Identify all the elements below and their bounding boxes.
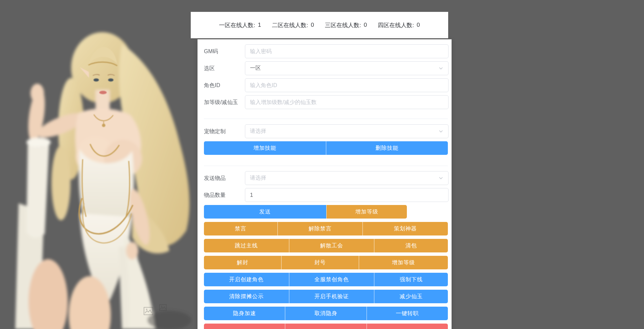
level-jade-label: 加等级/减仙玉: [204, 95, 244, 109]
add-level-button[interactable]: 增加等级: [326, 205, 407, 219]
form-row-role-id: 角色ID: [198, 78, 452, 92]
page: 一区在线人数:1 二区在线人数:0 三区在线人数:0 四区在线人数:0 GM码 …: [0, 0, 644, 329]
form-row-item-count: 物品数量: [198, 188, 452, 202]
pet-custom-placeholder: 请选择: [250, 128, 266, 135]
section-divider: [204, 119, 448, 119]
clear-stall-notice-button[interactable]: 清除摆摊公示: [204, 290, 289, 303]
role-id-label: 角色ID: [204, 78, 244, 92]
action-button-row: 跳过主线 解散工会 清包: [204, 239, 448, 252]
action-button-row: 清除摆摊公示 开启手机验证 减少仙玉: [204, 290, 448, 303]
send-item-label: 发送物品: [204, 171, 244, 185]
send-item-placeholder: 请选择: [250, 174, 266, 182]
broken-image-icon: [144, 307, 153, 316]
send-button[interactable]: 发送: [204, 205, 326, 219]
one-key-job-change-button[interactable]: 一键转职: [367, 307, 448, 320]
action-button-row: 开启创建角色 全服禁创角色 强制下线: [204, 273, 448, 286]
online-stat-value: 0: [417, 22, 420, 28]
form-row-send-item: 发送物品 请选择: [198, 171, 452, 185]
chevron-down-icon: [438, 66, 443, 71]
online-stat-value: 1: [258, 22, 261, 28]
online-stats-bar: 一区在线人数:1 二区在线人数:0 三区在线人数:0 四区在线人数:0: [191, 12, 448, 38]
zone-select[interactable]: 一区: [245, 61, 449, 75]
online-stat-label: 三区在线人数:: [325, 21, 361, 29]
online-stat-zone3: 三区在线人数:0: [325, 21, 367, 29]
zone-select-value: 一区: [250, 65, 261, 72]
action-button-row: 禁言 解除禁言 策划神器: [204, 222, 448, 235]
enable-create-role-button[interactable]: 开启创建角色: [204, 273, 289, 286]
forbid-create-role-button[interactable]: 全服禁创角色: [289, 273, 374, 286]
add-skill-button[interactable]: 增加技能: [204, 141, 326, 155]
zone-label: 选区: [204, 61, 244, 75]
online-stat-zone1: 一区在线人数:1: [219, 21, 261, 29]
disband-guild-button[interactable]: 解散工会: [289, 239, 374, 252]
send-button-row: 发送 增加等级: [204, 205, 448, 219]
action-button-row: 解封 封号 增加等级: [204, 256, 448, 269]
danger-button-2[interactable]: [285, 324, 366, 329]
action-button-row-danger: [204, 324, 448, 329]
online-stat-zone4: 四区在线人数:0: [378, 21, 420, 29]
danger-button-3[interactable]: [367, 324, 448, 329]
item-count-input[interactable]: [245, 188, 449, 202]
form-row-zone: 选区 一区: [198, 61, 452, 75]
enable-phone-verify-button[interactable]: 开启手机验证: [289, 290, 374, 303]
skill-button-row: 增加技能 删除技能: [204, 141, 448, 155]
clear-bag-button[interactable]: 清包: [374, 239, 448, 252]
online-stat-value: 0: [364, 22, 367, 28]
form-row-gm-code: GM码: [198, 44, 452, 58]
chevron-down-icon: [438, 176, 443, 181]
remove-skill-button[interactable]: 删除技能: [326, 141, 448, 155]
character-art-svg: [10, 14, 193, 329]
danger-button-1[interactable]: [204, 324, 285, 329]
gm-code-label: GM码: [204, 44, 244, 58]
online-stat-value: 0: [311, 22, 314, 28]
gm-code-input[interactable]: [245, 44, 449, 58]
item-count-label: 物品数量: [204, 188, 244, 202]
section-divider: [204, 166, 448, 166]
skip-mainline-button[interactable]: 跳过主线: [204, 239, 289, 252]
cancel-stealth-button[interactable]: 取消隐身: [285, 307, 366, 320]
add-level-alt-button[interactable]: 增加等级: [359, 256, 448, 269]
form-row-pet-custom: 宠物定制 请选择: [198, 124, 452, 138]
unban-button[interactable]: 解封: [204, 256, 281, 269]
pet-custom-label: 宠物定制: [204, 124, 244, 138]
online-stat-label: 二区在线人数:: [272, 21, 308, 29]
stealth-speed-button[interactable]: 隐身加速: [204, 307, 285, 320]
ban-button[interactable]: 封号: [281, 256, 359, 269]
mute-button[interactable]: 禁言: [204, 222, 277, 235]
action-button-row: 隐身加速 取消隐身 一键转职: [204, 307, 448, 320]
level-jade-input[interactable]: [245, 95, 449, 109]
online-stat-label: 一区在线人数:: [219, 21, 255, 29]
form-row-level-jade: 加等级/减仙玉: [198, 95, 452, 109]
online-stat-label: 四区在线人数:: [378, 21, 414, 29]
unmute-button[interactable]: 解除禁言: [277, 222, 363, 235]
broken-image-icon: [159, 304, 167, 312]
elf-character-illustration: [10, 14, 193, 329]
role-id-input[interactable]: [245, 78, 449, 92]
force-offline-button[interactable]: 强制下线: [374, 273, 448, 286]
pet-custom-select[interactable]: 请选择: [245, 124, 449, 138]
reduce-jade-button[interactable]: 减少仙玉: [374, 290, 448, 303]
send-item-select[interactable]: 请选择: [245, 171, 449, 185]
planner-tool-button[interactable]: 策划神器: [362, 222, 448, 235]
chevron-down-icon: [438, 129, 443, 134]
gm-panel: GM码 选区 一区 角色ID 加等级/减仙玉 宠物定制 请选择: [198, 39, 452, 329]
online-stat-zone2: 二区在线人数:0: [272, 21, 314, 29]
